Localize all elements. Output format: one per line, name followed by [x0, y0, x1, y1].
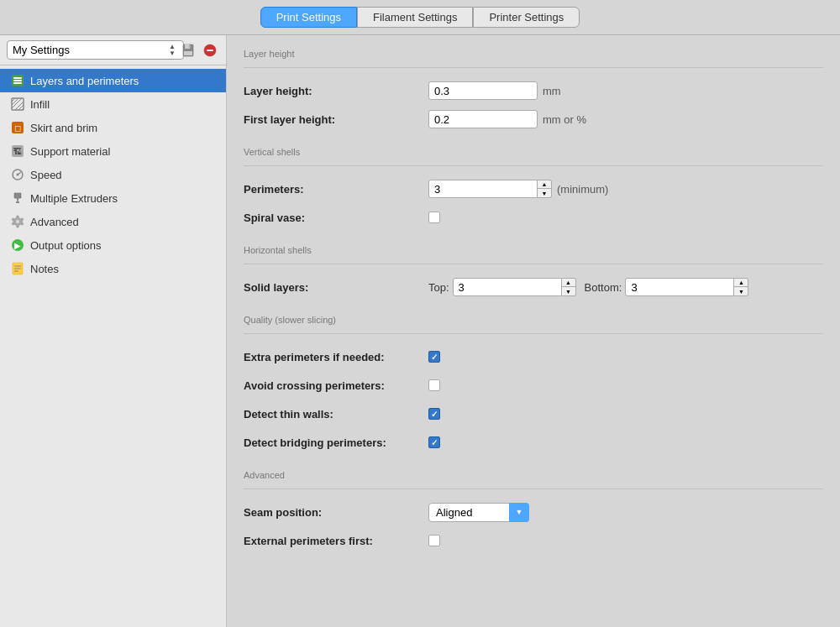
spiral-vase-row: Spiral vase:: [244, 206, 823, 228]
bottom-increment-button[interactable]: ▲: [734, 279, 748, 287]
save-settings-button[interactable]: [179, 41, 197, 60]
detect-thin-row: Detect thin walls:: [244, 403, 823, 425]
perimeters-spinner-buttons: ▲ ▼: [538, 180, 552, 198]
sidebar-item-output[interactable]: ▶ Output options: [0, 233, 226, 257]
layer-height-input[interactable]: [428, 81, 538, 100]
layer-height-title: Layer height: [244, 49, 823, 59]
svg-rect-8: [13, 80, 22, 81]
speed-icon: [10, 167, 25, 182]
svg-line-12: [12, 98, 18, 105]
advanced-section: Advanced Seam position: Aligned Nearest …: [244, 470, 823, 551]
spiral-vase-control: [428, 212, 440, 223]
detect-bridging-row: Detect bridging perimeters:: [244, 431, 823, 453]
external-perimeters-checkbox[interactable]: [428, 535, 440, 546]
support-icon: 🏗: [10, 144, 25, 159]
extruder-icon: [10, 191, 25, 206]
avoid-crossing-control: [428, 379, 440, 391]
top-increment-button[interactable]: ▲: [562, 279, 575, 287]
perimeters-unit: (minimum): [557, 183, 608, 196]
sidebar-item-infill[interactable]: Infill: [0, 92, 226, 116]
svg-rect-5: [207, 50, 213, 51]
sidebar-item-advanced[interactable]: Advanced: [0, 210, 226, 233]
perimeters-increment-button[interactable]: ▲: [538, 180, 551, 189]
sidebar-item-notes-label: Notes: [30, 263, 59, 275]
seam-select-wrapper: Aligned Nearest Random: [428, 503, 529, 522]
sidebar-item-speed[interactable]: Speed: [0, 163, 226, 186]
content-area: Layer height Layer height: mm First laye…: [227, 35, 840, 627]
sidebar-item-extruders-label: Multiple Extruders: [30, 192, 118, 205]
detect-thin-control: [428, 408, 440, 420]
remove-settings-button[interactable]: [201, 41, 219, 60]
detect-bridging-checkbox[interactable]: [428, 436, 440, 448]
settings-dropdown[interactable]: My Settings: [7, 40, 184, 60]
first-layer-input[interactable]: [428, 110, 538, 128]
top-decrement-button[interactable]: ▼: [562, 287, 575, 295]
tab-print-settings[interactable]: Print Settings: [260, 7, 357, 28]
vertical-shells-section: Vertical shells Perimeters: ▲ ▼ (minimum…: [244, 147, 823, 228]
sidebar-item-skirt-label: Skirt and brim: [30, 122, 97, 134]
svg-text:◻: ◻: [14, 123, 21, 133]
avoid-crossing-row: Avoid crossing perimeters:: [244, 374, 823, 396]
extra-perimeters-checkbox[interactable]: [428, 351, 440, 363]
first-layer-control: mm or %: [428, 110, 586, 128]
infill-icon: [10, 97, 25, 112]
top-tab-bar: Print Settings Filament Settings Printer…: [0, 0, 840, 35]
sidebar-item-layers[interactable]: Layers and perimeters: [0, 69, 226, 92]
layer-height-control: mm: [428, 81, 561, 100]
svg-point-25: [16, 220, 20, 224]
top-label: Top:: [428, 281, 449, 294]
top-spinner-buttons: ▲ ▼: [562, 278, 576, 296]
horizontal-shells-section: Horizontal shells Solid layers: Top: ▲ ▼: [244, 245, 823, 298]
top-input[interactable]: [453, 278, 562, 296]
output-icon: ▶: [10, 238, 25, 253]
detect-thin-checkbox[interactable]: [428, 408, 440, 420]
layer-height-divider: [244, 67, 823, 68]
perimeters-decrement-button[interactable]: ▼: [538, 189, 551, 197]
vertical-shells-title: Vertical shells: [244, 147, 823, 157]
svg-rect-9: [13, 82, 22, 84]
bottom-spinner-wrapper: Bottom: ▲ ▼: [585, 278, 749, 296]
seam-position-control: Aligned Nearest Random: [428, 503, 529, 522]
sidebar-item-skirt[interactable]: ◻ Skirt and brim: [0, 116, 226, 139]
advanced-divider: [244, 489, 823, 489]
layer-height-row: Layer height: mm: [244, 80, 823, 102]
bottom-input[interactable]: [625, 278, 734, 296]
detect-thin-label: Detect thin walls:: [244, 408, 428, 421]
first-layer-label: First layer height:: [244, 113, 428, 126]
sidebar-item-speed-label: Speed: [30, 169, 62, 181]
double-spinner: Top: ▲ ▼ Bottom:: [428, 278, 748, 296]
tab-printer-settings[interactable]: Printer Settings: [473, 7, 580, 28]
sidebar-item-layers-label: Layers and perimeters: [30, 75, 139, 87]
sidebar-item-support-label: Support material: [30, 145, 110, 158]
sidebar-item-support[interactable]: 🏗 Support material: [0, 139, 226, 163]
extra-perimeters-row: Extra perimeters if needed:: [244, 346, 823, 368]
sidebar: My Settings ▲ ▼: [0, 35, 227, 627]
bottom-decrement-button[interactable]: ▼: [734, 287, 748, 295]
sidebar-item-extruders[interactable]: Multiple Extruders: [0, 186, 226, 210]
sidebar-item-advanced-label: Advanced: [30, 216, 79, 228]
seam-position-select[interactable]: Aligned Nearest Random: [428, 503, 529, 522]
first-layer-height-row: First layer height: mm or %: [244, 108, 823, 130]
first-layer-unit: mm or %: [543, 113, 586, 126]
advanced-title: Advanced: [244, 470, 823, 480]
top-spinner: ▲ ▼: [453, 278, 576, 296]
perimeters-control: ▲ ▼ (minimum): [428, 180, 608, 198]
perimeters-label: Perimeters:: [244, 183, 428, 196]
save-icon: [181, 44, 195, 57]
extra-perimeters-control: [428, 351, 440, 363]
avoid-crossing-checkbox[interactable]: [428, 379, 440, 391]
svg-rect-24: [16, 201, 19, 203]
solid-layers-label: Solid layers:: [244, 281, 428, 294]
perimeters-input[interactable]: [428, 180, 538, 198]
main-layout: My Settings ▲ ▼: [0, 35, 840, 627]
sidebar-item-notes[interactable]: Notes: [0, 257, 226, 280]
quality-divider: [244, 333, 823, 334]
seam-position-row: Seam position: Aligned Nearest Random: [244, 501, 823, 523]
notes-icon: [10, 261, 25, 276]
tab-filament-settings[interactable]: Filament Settings: [357, 7, 473, 28]
skirt-icon: ◻: [10, 120, 25, 135]
vertical-shells-divider: [244, 165, 823, 166]
extra-perimeters-label: Extra perimeters if needed:: [244, 351, 428, 363]
horizontal-shells-title: Horizontal shells: [244, 245, 823, 255]
spiral-vase-checkbox[interactable]: [428, 212, 440, 223]
